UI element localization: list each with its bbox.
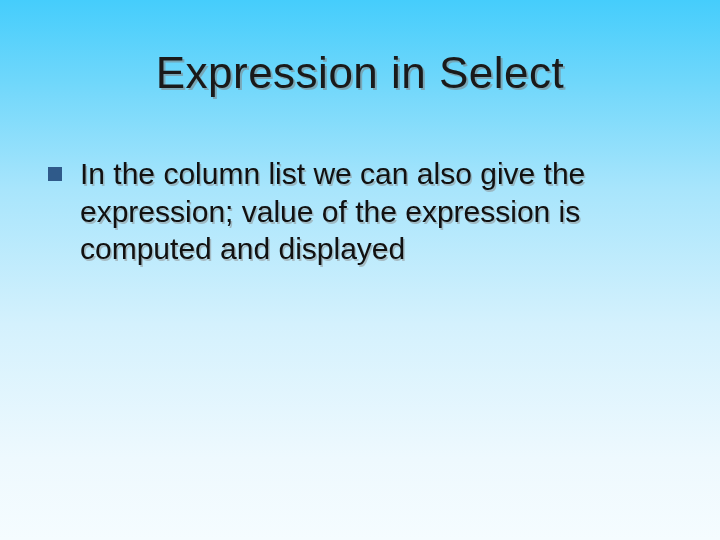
square-bullet-icon [48,167,62,181]
slide-content: In the column list we can also give the … [48,155,680,268]
list-item: In the column list we can also give the … [48,155,680,268]
slide-title: Expression in Select [0,48,720,98]
bullet-text: In the column list we can also give the … [80,155,680,268]
